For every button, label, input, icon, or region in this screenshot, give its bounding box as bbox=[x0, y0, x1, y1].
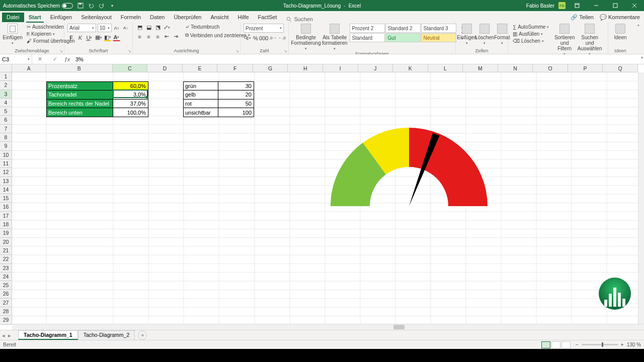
row-header[interactable]: 1 bbox=[0, 72, 12, 81]
column-header[interactable]: N bbox=[498, 64, 533, 72]
ribbon-display-options-icon[interactable] bbox=[570, 0, 585, 11]
share-button[interactable]: 🔗 Teilen bbox=[571, 14, 594, 21]
cell-styles-gallery[interactable]: Prozent 2 Standard 2 Standard 3 Standard… bbox=[350, 24, 456, 42]
undo-icon[interactable] bbox=[88, 3, 94, 9]
row-header[interactable]: 24 bbox=[0, 273, 12, 281]
column-header[interactable]: I bbox=[323, 64, 358, 72]
zoom-level[interactable]: 130 % bbox=[627, 342, 641, 347]
tab-file[interactable]: Datei bbox=[2, 13, 24, 22]
horizontal-scrollbar[interactable] bbox=[12, 324, 644, 330]
qat-customize-icon[interactable]: ▾ bbox=[109, 3, 115, 9]
column-header[interactable]: E bbox=[183, 64, 218, 72]
zone-label[interactable]: gelb bbox=[184, 90, 218, 99]
tab-factset[interactable]: FactSet bbox=[254, 13, 282, 22]
style-standard2[interactable]: Standard 2 bbox=[385, 24, 421, 33]
delete-cells-button[interactable]: Löschen▾ bbox=[476, 24, 493, 45]
param-label[interactable]: Bereich rechts der Nadel bbox=[47, 100, 113, 108]
row-header[interactable]: 10 bbox=[0, 151, 12, 159]
column-header[interactable]: K bbox=[393, 64, 428, 72]
row-header[interactable]: 8 bbox=[0, 133, 12, 142]
tab-ansicht[interactable]: Ansicht bbox=[206, 13, 233, 22]
param-value[interactable]: 37,0% bbox=[113, 100, 148, 108]
align-top-icon[interactable]: ⬒ bbox=[136, 24, 143, 31]
conditional-formatting-button[interactable]: Bedingte Formatierung▾ bbox=[292, 24, 320, 51]
thousands-format-icon[interactable]: 000 bbox=[260, 34, 268, 42]
row-headers[interactable]: 1234567891011121314151617181920212223242… bbox=[0, 72, 12, 325]
row-header[interactable]: 16 bbox=[0, 203, 12, 211]
orientation-icon[interactable]: ⤢▾ bbox=[163, 24, 171, 31]
decrease-decimal-icon[interactable]: ←,0 bbox=[278, 34, 286, 42]
zoom-slider[interactable] bbox=[582, 344, 618, 345]
insert-cells-button[interactable]: Einfügen▾ bbox=[459, 24, 475, 45]
row-header[interactable]: 13 bbox=[0, 177, 12, 186]
enter-formula-icon[interactable]: ✓ bbox=[53, 56, 57, 62]
row-header[interactable]: 9 bbox=[0, 142, 12, 150]
row-header[interactable]: 21 bbox=[0, 246, 12, 255]
select-all-triangle[interactable] bbox=[0, 64, 12, 72]
zone-label[interactable]: rot bbox=[184, 100, 218, 108]
row-header[interactable]: 20 bbox=[0, 238, 12, 246]
row-header[interactable]: 2 bbox=[0, 81, 12, 89]
font-name-select[interactable]: Arial▾ bbox=[67, 24, 96, 32]
column-header[interactable]: D bbox=[147, 64, 183, 72]
zone-label[interactable]: unsichtbar bbox=[184, 108, 218, 117]
view-normal-icon[interactable] bbox=[541, 341, 550, 348]
align-bottom-icon[interactable]: ⬔ bbox=[154, 24, 162, 31]
zone-value[interactable]: 30 bbox=[218, 82, 254, 90]
increase-indent-icon[interactable]: ⇥ bbox=[172, 33, 180, 40]
zone-value[interactable]: 100 bbox=[218, 108, 254, 117]
clipboard-dialog-launcher-icon[interactable]: ↘ bbox=[59, 49, 63, 53]
worksheet-grid[interactable]: ABCDEFGHIJKLMNOPQ 1234567891011121314151… bbox=[0, 64, 644, 330]
sort-filter-button[interactable]: Sortieren und Filtern▾ bbox=[553, 24, 576, 56]
style-standard[interactable]: Standard bbox=[350, 33, 385, 42]
row-header[interactable]: 23 bbox=[0, 264, 12, 273]
param-value[interactable]: 60,0% bbox=[113, 82, 148, 90]
row-header[interactable]: 15 bbox=[0, 194, 12, 203]
zone-value[interactable]: 20 bbox=[218, 90, 254, 99]
decrease-font-icon[interactable]: A↓ bbox=[122, 24, 129, 32]
row-header[interactable]: 4 bbox=[0, 99, 12, 107]
save-icon[interactable] bbox=[77, 3, 84, 9]
column-header[interactable]: B bbox=[46, 64, 113, 72]
param-value[interactable]: 100,0% bbox=[113, 108, 148, 117]
sheet-nav-prev-icon[interactable]: ◂ bbox=[2, 332, 5, 338]
new-sheet-button[interactable]: ＋ bbox=[138, 331, 147, 340]
row-header[interactable]: 5 bbox=[0, 107, 12, 116]
align-middle-icon[interactable]: ⬓ bbox=[145, 24, 152, 31]
tab-formeln[interactable]: Formeln bbox=[116, 13, 145, 22]
tab-einfügen[interactable]: Einfügen bbox=[46, 13, 76, 22]
find-select-button[interactable]: Suchen und Auswählen▾ bbox=[579, 24, 601, 56]
view-page-break-icon[interactable] bbox=[561, 341, 571, 348]
sheet-tab[interactable]: Tacho-Diagramm_2 bbox=[78, 330, 135, 340]
user-name[interactable]: Fabio Basler bbox=[526, 3, 554, 9]
percent-format-icon[interactable]: % bbox=[253, 34, 259, 42]
collapse-ribbon-icon[interactable]: ˄ bbox=[634, 24, 642, 31]
user-avatar[interactable]: FB bbox=[558, 2, 566, 9]
scrollbar-thumb[interactable] bbox=[393, 325, 405, 329]
row-header[interactable]: 3 bbox=[0, 90, 12, 99]
row-header[interactable]: 22 bbox=[0, 255, 12, 263]
number-dialog-launcher-icon[interactable]: ↘ bbox=[284, 49, 287, 53]
param-label[interactable]: Prozentsatz bbox=[47, 82, 113, 90]
zone-label[interactable]: grün bbox=[184, 82, 218, 90]
column-headers[interactable]: ABCDEFGHIJKLMNOPQ bbox=[12, 64, 638, 72]
paste-button[interactable]: Einfügen ▾ bbox=[3, 24, 22, 45]
align-center-icon[interactable]: ≡ bbox=[145, 33, 152, 40]
comments-button[interactable]: 💬 Kommentare bbox=[600, 14, 640, 21]
accounting-format-icon[interactable]: ₠▾ bbox=[244, 34, 251, 42]
minimize-icon[interactable] bbox=[589, 0, 604, 11]
row-header[interactable]: 11 bbox=[0, 159, 12, 168]
sheet-nav-next-icon[interactable]: ▸ bbox=[8, 332, 11, 338]
zone-value[interactable]: 50 bbox=[218, 100, 254, 108]
row-header[interactable]: 6 bbox=[0, 116, 12, 124]
alignment-dialog-launcher-icon[interactable]: ↘ bbox=[235, 49, 239, 53]
style-standard3[interactable]: Standard 3 bbox=[421, 24, 456, 33]
maximize-icon[interactable] bbox=[608, 0, 623, 11]
row-header[interactable]: 19 bbox=[0, 229, 12, 237]
number-format-select[interactable]: Prozent▾ bbox=[244, 24, 284, 33]
ideas-button[interactable]: Ideen bbox=[611, 24, 629, 40]
row-header[interactable]: 12 bbox=[0, 168, 12, 176]
italic-button[interactable]: K bbox=[76, 34, 84, 41]
param-value[interactable]: 3,0% bbox=[113, 90, 148, 99]
borders-button[interactable]: ▦▾ bbox=[95, 34, 102, 41]
